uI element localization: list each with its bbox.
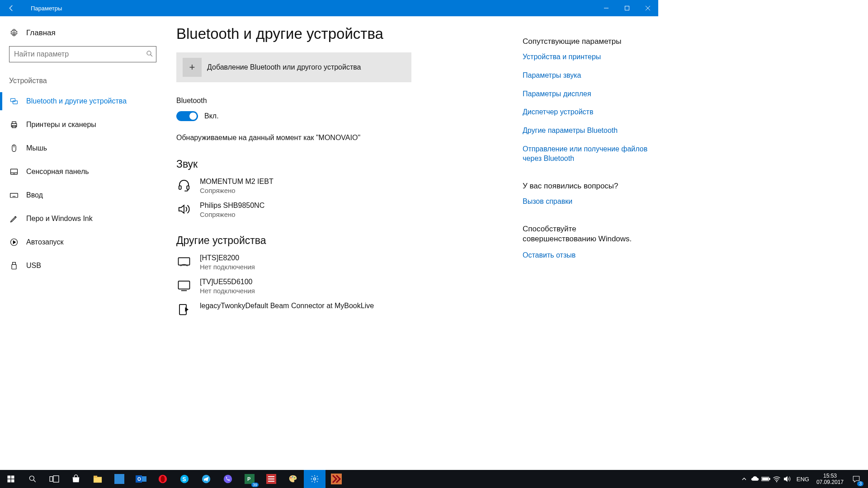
sidebar: Главная Устройства Bluetooth и другие ус…	[0, 16, 167, 351]
home-label: Главная	[26, 28, 56, 38]
maximize-button[interactable]	[617, 0, 637, 16]
audio-section-head: Звук	[176, 158, 505, 170]
svg-rect-27	[179, 186, 181, 189]
titlebar: Параметры	[0, 0, 658, 16]
pen-icon	[9, 214, 19, 224]
device-item[interactable]: [TV]UE55D6100 Нет подключения	[176, 278, 505, 295]
sidebar-item-label: Перо и Windows Ink	[26, 215, 93, 223]
window-controls	[596, 0, 658, 16]
sidebar-item-label: Автозапуск	[26, 238, 63, 246]
touchpad-icon	[9, 167, 19, 177]
search-box	[9, 46, 158, 62]
svg-rect-25	[13, 263, 16, 265]
bluetooth-label: Bluetooth	[176, 97, 505, 105]
device-name: MOMENTUM M2 IEBT	[200, 178, 274, 186]
related-link[interactable]: Другие параметры Bluetooth	[523, 126, 649, 136]
sidebar-item-label: Ввод	[26, 191, 43, 199]
other-section-head: Другие устройства	[176, 235, 505, 247]
sidebar-item-usb[interactable]: USB	[0, 254, 167, 277]
back-button[interactable]	[0, 0, 23, 16]
search-icon	[146, 50, 154, 58]
svg-rect-1	[625, 6, 629, 10]
svg-marker-24	[13, 241, 15, 244]
related-link[interactable]: Устройства и принтеры	[523, 52, 649, 62]
device-status: Нет подключения	[200, 287, 255, 295]
device-item[interactable]: MOMENTUM M2 IEBT Сопряжено	[176, 178, 505, 194]
main-content: Bluetooth и другие устройства + Добавлен…	[167, 16, 523, 351]
svg-point-4	[13, 32, 15, 34]
sidebar-item-label: Принтеры и сканеры	[26, 121, 96, 129]
feedback-head: Способствуйте совершенствованию Windows.	[523, 224, 649, 244]
svg-rect-28	[187, 186, 189, 189]
home-button[interactable]: Главная	[0, 25, 167, 44]
window-title: Параметры	[31, 5, 62, 12]
right-pane: Сопутствующие параметры Устройства и при…	[523, 16, 658, 351]
svg-rect-10	[12, 122, 16, 123]
related-link[interactable]: Отправление или получение файлов через B…	[523, 145, 649, 164]
sidebar-item-touchpad[interactable]: Сенсорная панель	[0, 160, 167, 183]
search-input[interactable]	[9, 46, 156, 62]
add-device-label: Добавление Bluetooth или другого устройс…	[207, 63, 361, 71]
svg-rect-26	[12, 265, 16, 269]
media-device-icon	[176, 254, 192, 269]
related-link[interactable]: Параметры дисплея	[523, 89, 649, 99]
close-button[interactable]	[637, 0, 658, 16]
related-link[interactable]: Параметры звука	[523, 71, 649, 80]
tv-icon	[176, 278, 192, 293]
sidebar-item-printers[interactable]: Принтеры и сканеры	[0, 113, 167, 136]
sidebar-item-label: Сенсорная панель	[26, 168, 89, 176]
device-name: [TV]UE55D6100	[200, 278, 255, 286]
toggle-state-label: Вкл.	[204, 112, 219, 120]
sidebar-item-pen[interactable]: Перо и Windows Ink	[0, 207, 167, 230]
add-device-button[interactable]: + Добавление Bluetooth или другого устро…	[176, 52, 411, 82]
svg-marker-29	[179, 205, 184, 213]
headset-icon	[176, 178, 192, 193]
help-head: У вас появились вопросы?	[523, 182, 649, 191]
sidebar-item-label: Bluetooth и другие устройства	[26, 97, 127, 105]
device-status: Сопряжено	[200, 187, 274, 194]
related-link[interactable]: Диспетчер устройств	[523, 108, 649, 117]
page-title: Bluetooth и другие устройства	[176, 25, 505, 42]
printer-icon	[9, 120, 19, 130]
sidebar-item-autoplay[interactable]: Автозапуск	[0, 230, 167, 254]
svg-rect-31	[179, 281, 190, 289]
help-link[interactable]: Вызов справки	[523, 197, 649, 206]
bluetooth-devices-icon	[9, 96, 19, 106]
feedback-link[interactable]: Оставить отзыв	[523, 251, 649, 260]
media-server-icon	[176, 302, 192, 317]
device-item[interactable]: legacyTwonkyDefault Beam Connector at My…	[176, 302, 505, 317]
sidebar-item-typing[interactable]: Ввод	[0, 183, 167, 207]
svg-marker-34	[185, 307, 189, 312]
device-name: legacyTwonkyDefault Beam Connector at My…	[200, 302, 374, 310]
usb-icon	[9, 261, 19, 271]
svg-rect-17	[10, 193, 18, 197]
minimize-button[interactable]	[596, 0, 617, 16]
device-status: Сопряжено	[200, 211, 264, 218]
device-name: Philips SHB9850NC	[200, 202, 264, 210]
sidebar-item-label: Мышь	[26, 144, 47, 152]
svg-line-6	[151, 55, 152, 56]
sidebar-item-bluetooth[interactable]: Bluetooth и другие устройства	[0, 89, 167, 113]
device-item[interactable]: [HTS]E8200 Нет подключения	[176, 254, 505, 271]
discoverable-text: Обнаруживаемые на данный момент как "MON…	[176, 134, 505, 142]
mouse-icon	[9, 143, 19, 153]
gear-icon	[9, 28, 19, 38]
svg-rect-30	[179, 258, 190, 265]
svg-point-5	[147, 51, 151, 55]
speaker-icon	[176, 202, 192, 217]
autoplay-icon	[9, 237, 19, 247]
device-item[interactable]: Philips SHB9850NC Сопряжено	[176, 202, 505, 218]
keyboard-icon	[9, 190, 19, 200]
bluetooth-toggle[interactable]	[176, 111, 198, 121]
device-status: Нет подключения	[200, 263, 255, 271]
category-label: Устройства	[9, 77, 167, 85]
plus-icon: +	[183, 58, 202, 77]
related-settings-head: Сопутствующие параметры	[523, 37, 649, 46]
device-name: [HTS]E8200	[200, 254, 255, 262]
sidebar-item-label: USB	[26, 262, 41, 270]
sidebar-item-mouse[interactable]: Мышь	[0, 136, 167, 160]
